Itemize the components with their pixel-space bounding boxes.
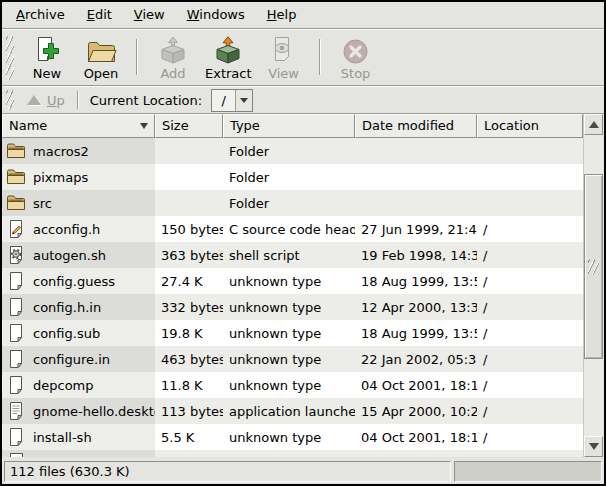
location-dropdown-button[interactable] <box>235 90 252 111</box>
cell-location <box>477 138 583 164</box>
menu-archive[interactable]: Archive <box>5 3 76 27</box>
table-row[interactable]: macros2Folder <box>2 138 583 164</box>
open-button-label: Open <box>84 66 119 81</box>
location-dropdown[interactable]: / <box>211 89 253 112</box>
table-row[interactable]: pixmapsFolder <box>2 164 583 190</box>
stop-button-label: Stop <box>341 66 371 81</box>
scrollbar-thumb[interactable] <box>584 174 603 359</box>
document-icon <box>6 375 26 395</box>
new-button-label: New <box>33 66 61 81</box>
file-name: macros2 <box>33 144 89 159</box>
open-folder-icon <box>86 34 117 65</box>
status-message-frame: 112 files (630.3 K) <box>4 461 451 482</box>
scroll-up-icon <box>589 121 599 128</box>
cell-location: / <box>477 372 583 398</box>
toolbar-separator <box>319 39 321 75</box>
view-button-label: View <box>268 66 299 81</box>
extract-icon <box>214 34 242 65</box>
cell-size: 150 bytes <box>155 216 223 242</box>
cell-name: autogen.sh <box>2 242 155 268</box>
cell-type: Folder <box>223 164 355 190</box>
stop-button[interactable]: Stop <box>329 31 383 83</box>
file-name: configure.in <box>33 352 110 367</box>
toolbar-drag-handle[interactable] <box>6 36 14 80</box>
table-row[interactable]: config.guess27.4 Kunknown type18 Aug 199… <box>2 268 583 294</box>
scrollbar-grip <box>588 259 599 275</box>
new-button[interactable]: New <box>20 31 74 83</box>
location-bar-separator <box>77 91 79 109</box>
cell-date-modified: 04 Oct 2001, 18:12 <box>355 424 477 450</box>
cell-size: 363 bytes <box>155 242 223 268</box>
archive-manager-window: Archive Edit View Windows Help New <box>0 0 606 486</box>
cell-location: / <box>477 320 583 346</box>
column-header-location[interactable]: Location <box>477 114 583 138</box>
table-row[interactable]: config.h.in332 bytesunknown type12 Apr 2… <box>2 294 583 320</box>
vertical-scrollbar <box>583 114 603 457</box>
column-header-type[interactable]: Type <box>223 114 355 138</box>
file-list: macros2FolderpixmapsFoldersrcFolderaccon… <box>2 138 583 457</box>
cell-date-modified: 04 Oct 2001, 18:12 <box>355 372 477 398</box>
file-name: config.guess <box>33 274 115 289</box>
cell-date-modified: 22 Jan 2002, 05:35 <box>355 346 477 372</box>
cell-location: / <box>477 216 583 242</box>
cell-name: gnome-hello.desktop <box>2 398 155 424</box>
cell-size: 27.4 K <box>155 268 223 294</box>
file-name: pixmaps <box>33 170 88 185</box>
file-name: config.h.in <box>33 300 101 315</box>
current-location-label: Current Location: <box>90 93 202 108</box>
cell-date-modified: 27 Jun 1999, 21:49 <box>355 216 477 242</box>
table-row[interactable]: autogen.sh363 bytesshell script19 Feb 19… <box>2 242 583 268</box>
cell-size: 11.8 K <box>155 372 223 398</box>
up-button[interactable]: Up <box>20 90 72 111</box>
location-bar-drag-handle[interactable] <box>6 90 14 110</box>
cell-date-modified <box>355 190 477 216</box>
cell-type: unknown type <box>223 346 355 372</box>
cell-type: unknown type <box>223 424 355 450</box>
status-text: 112 files (630.3 K) <box>10 464 130 479</box>
up-arrow-icon <box>27 95 41 105</box>
column-header-name[interactable]: Name <box>2 114 155 138</box>
scroll-down-icon <box>589 443 599 450</box>
cell-date-modified: 12 Apr 2000, 13:36 <box>355 294 477 320</box>
cell-name: config.h.in <box>2 294 155 320</box>
cell-name: src <box>2 190 155 216</box>
toolbar: New Open Add <box>2 29 604 86</box>
column-header-date-modified[interactable]: Date modified <box>355 114 477 138</box>
menu-bar: Archive Edit View Windows Help <box>2 2 604 29</box>
view-button[interactable]: View <box>257 31 311 83</box>
cell-size: 332 bytes <box>155 294 223 320</box>
scroll-up-button[interactable] <box>584 114 603 135</box>
table-row[interactable]: depcomp11.8 Kunknown type04 Oct 2001, 18… <box>2 372 583 398</box>
file-name: gnome-hello.desktop <box>33 404 155 419</box>
status-progress-frame <box>454 461 602 482</box>
table-row[interactable]: acconfig.h150 bytesC source code header2… <box>2 216 583 242</box>
menu-windows[interactable]: Windows <box>176 3 256 27</box>
extract-button-label: Extract <box>205 66 252 81</box>
cell-type: unknown type <box>223 320 355 346</box>
menu-help[interactable]: Help <box>256 3 308 27</box>
new-archive-icon <box>33 34 61 65</box>
menu-edit[interactable]: Edit <box>76 3 123 27</box>
document-icon <box>6 297 26 317</box>
column-header-size[interactable]: Size <box>155 114 223 138</box>
launcher-file-icon <box>6 401 26 421</box>
cell-location <box>477 190 583 216</box>
cell-size: 463 bytes <box>155 346 223 372</box>
extract-button[interactable]: Extract <box>200 31 257 83</box>
table-header: Name Size Type Date modified Location <box>2 114 583 138</box>
scroll-down-button[interactable] <box>584 436 603 457</box>
folder-icon <box>6 193 26 213</box>
open-button[interactable]: Open <box>74 31 128 83</box>
cell-location: / <box>477 346 583 372</box>
table-row[interactable]: install-sh5.5 Kunknown type04 Oct 2001, … <box>2 424 583 450</box>
cell-name: pixmaps <box>2 164 155 190</box>
scrollbar-trough[interactable] <box>584 135 603 436</box>
table-row[interactable]: gnome-hello.desktop113 bytesapplication … <box>2 398 583 424</box>
cell-date-modified: 15 Apr 2000, 10:21 <box>355 398 477 424</box>
add-button[interactable]: Add <box>146 31 200 83</box>
menu-view[interactable]: View <box>123 3 176 27</box>
table-row[interactable]: config.sub19.8 Kunknown type18 Aug 1999,… <box>2 320 583 346</box>
table-row[interactable]: srcFolder <box>2 190 583 216</box>
location-bar: Up Current Location: / <box>2 86 604 114</box>
table-row[interactable]: configure.in463 bytesunknown type22 Jan … <box>2 346 583 372</box>
